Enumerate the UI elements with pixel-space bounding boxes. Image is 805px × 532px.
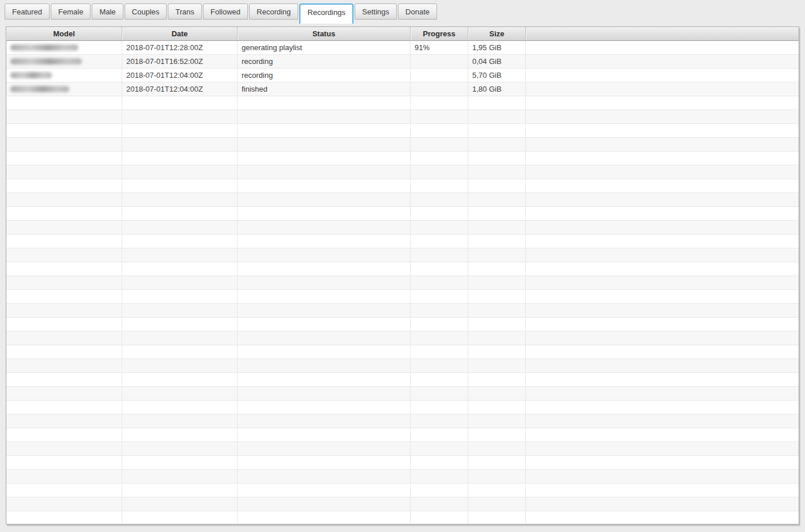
cell-model	[6, 179, 122, 193]
cell-date	[122, 165, 238, 179]
cell-model	[6, 414, 122, 428]
table-row-empty	[6, 484, 799, 497]
table-row[interactable]: 2018-07-01T12:28:00Zgenerating playlist9…	[6, 41, 799, 55]
cell-model	[6, 235, 122, 248]
column-header-size[interactable]: Size	[468, 27, 526, 40]
cell-size	[468, 331, 526, 345]
table-row-empty	[6, 511, 799, 525]
table-row[interactable]: 2018-07-01T16:52:00Zrecording0,04 GiB	[6, 55, 799, 69]
cell-status	[238, 96, 411, 110]
cell-status	[238, 484, 411, 497]
cell-date: 2018-07-01T12:04:00Z	[122, 82, 238, 96]
column-header-model[interactable]: Model	[6, 27, 122, 40]
cell-progress	[411, 442, 468, 455]
column-header-blank[interactable]	[526, 27, 799, 40]
table-row-empty	[6, 387, 799, 401]
table-row-empty	[6, 497, 799, 511]
cell-model	[6, 304, 122, 317]
column-header-progress[interactable]: Progress	[411, 27, 468, 40]
redacted-model-name	[10, 72, 52, 78]
cell-progress	[411, 359, 468, 372]
cell-extra	[526, 359, 799, 372]
cell-extra	[526, 221, 799, 234]
cell-status	[238, 428, 411, 442]
column-header-date[interactable]: Date	[122, 27, 238, 40]
cell-date	[122, 290, 238, 303]
cell-progress: 91%	[411, 41, 468, 54]
cell-progress	[411, 221, 468, 234]
cell-model	[6, 428, 122, 442]
cell-date: 2018-07-01T16:52:00Z	[122, 55, 238, 68]
tab-trans[interactable]: Trans	[168, 3, 202, 20]
cell-extra	[526, 262, 799, 276]
cell-model	[6, 359, 122, 372]
cell-size: 1,80 GiB	[468, 82, 526, 96]
cell-size	[468, 428, 526, 442]
cell-extra	[526, 484, 799, 497]
table-row-empty	[6, 262, 799, 276]
cell-date	[122, 401, 238, 414]
cell-extra	[526, 318, 799, 331]
cell-size	[468, 235, 526, 248]
cell-model	[6, 318, 122, 331]
tab-donate[interactable]: Donate	[398, 3, 437, 20]
cell-model	[6, 124, 122, 137]
cell-size	[468, 442, 526, 455]
cell-status	[238, 276, 411, 289]
tab-recording[interactable]: Recording	[249, 3, 298, 20]
cell-model	[6, 41, 122, 54]
tab-featured[interactable]: Featured	[5, 3, 50, 20]
cell-size	[468, 276, 526, 289]
cell-extra	[526, 456, 799, 469]
tab-male[interactable]: Male	[92, 3, 123, 20]
table-row-empty	[6, 221, 799, 235]
table-row-empty	[6, 470, 799, 484]
cell-status	[238, 318, 411, 331]
cell-model	[6, 55, 122, 68]
cell-size	[468, 110, 526, 123]
cell-status	[238, 152, 411, 165]
tab-couples[interactable]: Couples	[125, 3, 167, 20]
table-row[interactable]: 2018-07-01T12:04:00Zrecording5,70 GiB	[6, 69, 799, 82]
cell-model	[6, 470, 122, 483]
cell-date	[122, 193, 238, 206]
cell-model	[6, 82, 122, 96]
cell-size	[468, 414, 526, 428]
cell-progress	[411, 248, 468, 262]
tab-recordings[interactable]: Recordings	[299, 3, 353, 24]
cell-status	[238, 235, 411, 248]
table-row[interactable]: 2018-07-01T12:04:00Zfinished1,80 GiB	[6, 82, 799, 96]
cell-date	[122, 428, 238, 442]
cell-size	[468, 248, 526, 262]
cell-progress	[411, 96, 468, 110]
column-header-status[interactable]: Status	[238, 27, 411, 40]
tab-bar: FeaturedFemaleMaleCouplesTransFollowedRe…	[0, 3, 805, 23]
cell-extra	[526, 193, 799, 206]
cell-size	[468, 401, 526, 414]
table-row-empty	[6, 193, 799, 207]
cell-status: generating playlist	[238, 41, 411, 54]
cell-extra	[526, 124, 799, 137]
tab-followed[interactable]: Followed	[203, 3, 248, 20]
cell-progress	[411, 511, 468, 525]
cell-size	[468, 207, 526, 220]
tab-settings[interactable]: Settings	[355, 3, 397, 20]
cell-size	[468, 193, 526, 206]
cell-progress	[411, 304, 468, 317]
cell-progress	[411, 290, 468, 303]
cell-progress	[411, 401, 468, 414]
cell-progress	[411, 55, 468, 68]
table-row-empty	[6, 110, 799, 124]
cell-date	[122, 359, 238, 372]
cell-size: 1,95 GiB	[468, 41, 526, 54]
cell-status	[238, 401, 411, 414]
cell-progress	[411, 373, 468, 386]
cell-status	[238, 207, 411, 220]
cell-status	[238, 138, 411, 151]
cell-model	[6, 345, 122, 359]
table-row-empty	[6, 235, 799, 248]
table-row-empty	[6, 304, 799, 318]
cell-size	[468, 511, 526, 525]
redacted-model-name	[10, 58, 82, 65]
tab-female[interactable]: Female	[51, 3, 91, 20]
